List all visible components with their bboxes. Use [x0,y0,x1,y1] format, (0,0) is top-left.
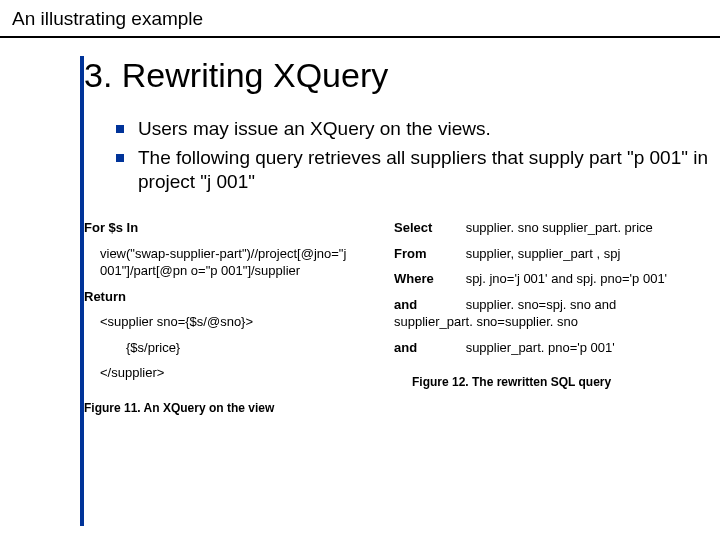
two-column-area: For $s In view("swap-supplier-part")//pr… [84,219,720,424]
bullet-list: Users may issue an XQuery on the views. … [116,117,720,195]
and-keyword: and [394,339,462,357]
slide-content: 3. Rewriting XQuery Users may issue an X… [0,38,720,424]
sql-column: Select supplier. sno supplier_part. pric… [394,219,684,424]
bullet-text: The following query retrieves all suppli… [138,146,720,195]
bullet-text: Users may issue an XQuery on the views. [138,117,491,142]
slide-header: An illustrating example [0,0,720,38]
select-clause: supplier. sno supplier_part. price [466,220,653,235]
square-bullet-icon [116,125,124,133]
figure-12-caption: Figure 12. The rewritten SQL query [412,374,684,390]
xquery-view-expr: view("swap-supplier-part")//project[@jno… [100,245,354,280]
for-keyword: For $s In [84,220,138,235]
where-clause-3: supplier_part. pno='p 001' [466,340,615,355]
accent-bar [80,56,84,526]
price-expr: {$s/price} [126,339,354,357]
from-keyword: From [394,245,462,263]
where-clause-1: spj. jno='j 001' and spj. pno='p 001' [466,271,667,286]
xquery-column: For $s In view("swap-supplier-part")//pr… [84,219,354,424]
bullet-item: Users may issue an XQuery on the views. [116,117,720,142]
bullet-item: The following query retrieves all suppli… [116,146,720,195]
square-bullet-icon [116,154,124,162]
from-clause: supplier, supplier_part , spj [466,246,621,261]
and-keyword: and [394,296,462,314]
where-keyword: Where [394,270,462,288]
supplier-open-tag: <supplier sno={$s/@sno}> [100,313,354,331]
return-keyword: Return [84,289,126,304]
figure-11-caption: Figure 11. An XQuery on the view [84,400,354,416]
slide-title: 3. Rewriting XQuery [84,56,720,95]
supplier-close-tag: </supplier> [100,364,354,382]
select-keyword: Select [394,219,462,237]
